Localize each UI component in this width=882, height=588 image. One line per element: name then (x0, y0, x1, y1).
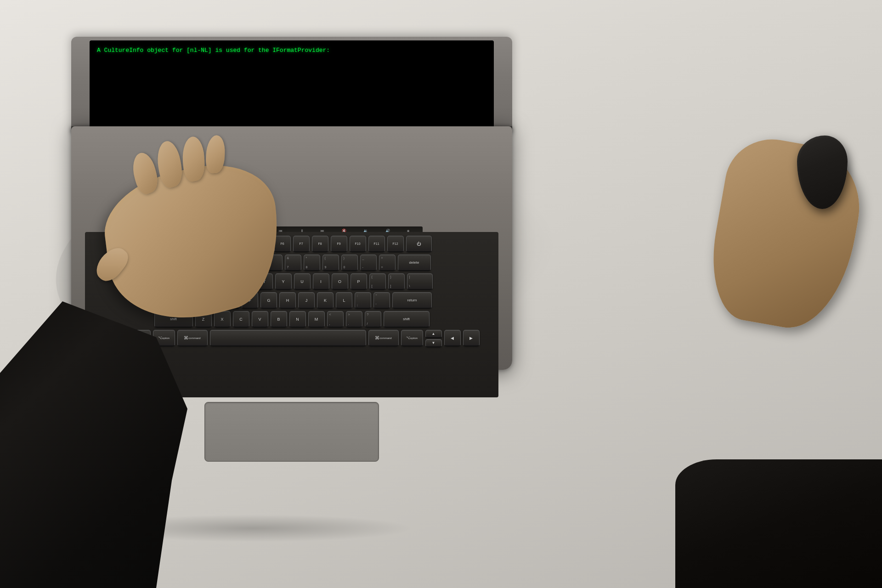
terminal-screen: A CultureInfo object for [nl-NL] is used… (90, 40, 494, 130)
key-x[interactable]: X (214, 311, 231, 328)
key-return[interactable]: return (392, 292, 432, 309)
key-8[interactable]: * 8 (304, 254, 320, 271)
key-quote[interactable]: " ' (373, 292, 390, 309)
key-power[interactable]: ⏻ (406, 236, 432, 252)
key-backslash[interactable]: | \ (407, 273, 433, 290)
key-u[interactable]: U (294, 273, 311, 290)
key-shift-right[interactable]: shift (384, 311, 430, 328)
terminal-output: A CultureInfo object for [nl-NL] is used… (97, 46, 330, 56)
key-o[interactable]: O (332, 273, 348, 290)
key-n[interactable]: N (289, 311, 306, 328)
trackpad[interactable] (204, 402, 379, 462)
key-arrow-up[interactable]: ▲ (425, 330, 442, 338)
key-comma[interactable]: < , (327, 311, 344, 328)
laptop-lid: A CultureInfo object for [nl-NL] is used… (71, 37, 512, 138)
key-7[interactable]: & 7 (285, 254, 301, 271)
sleeve (675, 459, 882, 588)
key-f12[interactable]: F12 (387, 236, 404, 252)
key-g[interactable]: G (260, 292, 277, 309)
key-command-right[interactable]: ⌘ command (368, 330, 399, 346)
key-option-right[interactable]: ⌥ option (401, 330, 423, 346)
key-f6[interactable]: F6 (274, 236, 291, 252)
key-l[interactable]: L (336, 292, 352, 309)
key-row-zxcv: shift Z X C V B N M < , > . (85, 311, 498, 328)
key-0[interactable]: ) 0 (341, 254, 358, 271)
key-spacebar[interactable] (210, 330, 366, 346)
key-b[interactable]: B (271, 311, 287, 328)
key-y[interactable]: Y (275, 273, 292, 290)
key-p[interactable]: P (351, 273, 367, 290)
key-k[interactable]: K (317, 292, 334, 309)
key-f9[interactable]: F9 (331, 236, 347, 252)
key-j[interactable]: J (298, 292, 315, 309)
key-arrow-right[interactable]: ▶ (463, 330, 480, 346)
key-f7[interactable]: F7 (293, 236, 310, 252)
key-f11[interactable]: F11 (368, 236, 385, 252)
key-i[interactable]: I (313, 273, 329, 290)
key-9[interactable]: ( 9 (322, 254, 339, 271)
key-f10[interactable]: F10 (350, 236, 366, 252)
key-bracket-close[interactable]: } ] (388, 273, 405, 290)
key-equals[interactable]: + = (379, 254, 396, 271)
key-minus[interactable]: _ - (360, 254, 377, 271)
key-slash[interactable]: ? / (365, 311, 381, 328)
key-arrow-left[interactable]: ◀ (444, 330, 461, 346)
key-command-left[interactable]: ⌘ command (177, 330, 208, 346)
key-semicolon[interactable]: : ; (355, 292, 371, 309)
key-c[interactable]: C (233, 311, 249, 328)
key-delete[interactable]: delete (398, 254, 431, 271)
key-arrow-down[interactable]: ▼ (425, 339, 442, 347)
scene: A CultureInfo object for [nl-NL] is used… (0, 0, 882, 588)
key-v[interactable]: V (252, 311, 268, 328)
key-h[interactable]: H (279, 292, 296, 309)
key-f8[interactable]: F8 (312, 236, 328, 252)
key-period[interactable]: > . (346, 311, 362, 328)
key-m[interactable]: M (308, 311, 325, 328)
key-bracket-open[interactable]: { [ (369, 273, 386, 290)
